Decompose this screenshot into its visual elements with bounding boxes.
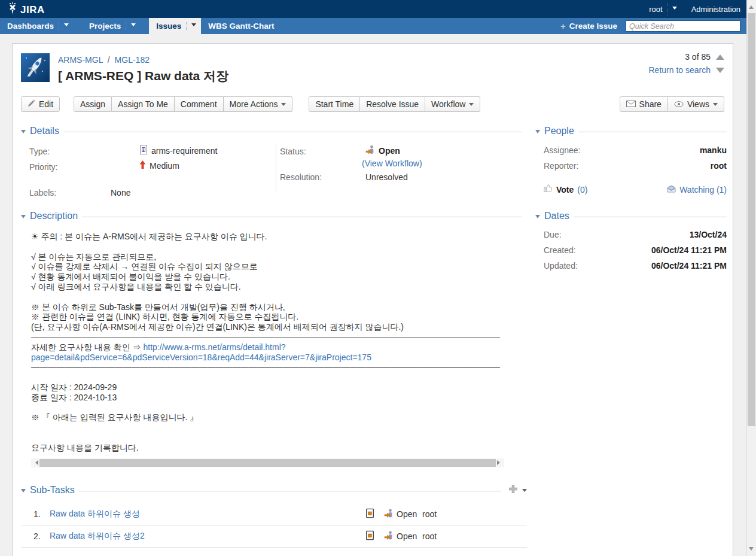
priority-label: Priority: (29, 162, 57, 172)
page-scrollbar[interactable] (746, 0, 756, 556)
description-line: √ 현황 통계에서 배제되어 불이익을 받을 수 있습니다. (31, 272, 522, 282)
vote-label: Vote (556, 185, 574, 195)
quick-search-input[interactable] (626, 20, 740, 32)
collapse-description-icon[interactable] (21, 215, 26, 218)
horizontal-scroll-thumb[interactable] (39, 459, 496, 467)
create-issue-button[interactable]: + Create Issue (560, 21, 617, 31)
next-issue-icon[interactable] (716, 68, 724, 73)
watching-envelope-icon (667, 184, 676, 195)
scroll-up-icon[interactable] (749, 3, 754, 9)
collapse-people-icon[interactable] (535, 130, 540, 133)
user-menu-caret[interactable] (667, 3, 678, 16)
details-section-title: Details (30, 126, 59, 136)
breadcrumb-separator: / (105, 55, 112, 65)
collapse-subtasks-icon[interactable] (21, 489, 26, 493)
description-line: ☀ 주의 : 본 이슈는 A-RMS에서 제공하는 요구사항 이슈 입니다. (31, 232, 522, 242)
assignee-value: manku (700, 145, 727, 155)
share-button[interactable]: Share (620, 96, 668, 112)
vertical-scroll-thumb[interactable] (748, 13, 755, 426)
subtask-assignee: root (422, 509, 437, 519)
nav-issues-caret[interactable] (186, 22, 200, 30)
status-open-icon (384, 509, 394, 520)
views-button[interactable]: Views (668, 96, 724, 112)
dates-section-title: Dates (544, 211, 569, 221)
collapse-dates-icon[interactable] (535, 215, 540, 218)
chevron-down-icon (64, 23, 69, 29)
vote-count-link[interactable]: (0) (577, 185, 587, 195)
user-menu[interactable]: root (649, 3, 678, 16)
subtask-title-link[interactable]: Raw data 하위이슈 생성 (50, 509, 140, 519)
reporter-label: Reporter: (544, 161, 578, 171)
created-label: Created: (544, 245, 576, 255)
subtasks-section-title: Sub-Tasks (30, 485, 75, 496)
subtasks-section: Sub-Tasks 1. Raw data 하위이슈 생성 Open (21, 484, 527, 548)
issue-pager: 3 of 85 Return to search (649, 52, 725, 78)
add-subtask-icon[interactable] (509, 485, 517, 496)
breadcrumb-project-link[interactable]: ARMS-MGL (58, 55, 103, 65)
subtask-type-icon (366, 509, 374, 520)
description-section-title: Description (30, 211, 78, 221)
subtasks-options-icon[interactable] (522, 489, 527, 494)
assign-to-me-button[interactable]: Assign To Me (112, 96, 175, 112)
description-horizontal-scrollbar[interactable] (31, 458, 504, 467)
divider-line: ————————————————————————————————————————… (31, 362, 522, 372)
previous-issue-icon[interactable] (716, 54, 724, 60)
priority-value: Medium (150, 161, 179, 171)
subtask-status: Open (397, 531, 417, 541)
requirement-detail-link[interactable]: http://www.a-rms.net/arms/detail.html? (143, 342, 285, 352)
nav-dashboards[interactable]: Dashboards (0, 18, 74, 34)
eye-icon (674, 99, 684, 109)
chevron-down-icon (713, 103, 718, 108)
subtask-title-link[interactable]: Raw data 하위이슈 생성2 (50, 531, 145, 542)
collapse-details-icon[interactable] (21, 130, 26, 133)
nav-projects-caret[interactable] (126, 22, 139, 30)
comment-button[interactable]: Comment (175, 96, 224, 112)
nav-projects[interactable]: Projects (82, 18, 141, 34)
resolve-issue-button[interactable]: Resolve Issue (360, 96, 425, 112)
description-line: (단, 요구사항 이슈(A-RMS에서 제공한 이슈)간 연결(LINK)은 통… (31, 322, 522, 332)
edit-button[interactable]: Edit (21, 96, 60, 112)
subtask-row[interactable]: 2. Raw data 하위이슈 생성2 Open root (21, 525, 527, 548)
issue-panel: ARMS-MGL / MGL-182 [ ARMS-REQ ] Raw data… (12, 43, 733, 556)
breadcrumb-issue-link[interactable]: MGL-182 (115, 55, 150, 65)
issue-toolbar: Edit Assign Assign To Me Comment More Ac… (21, 96, 724, 113)
labels-label: Labels: (29, 188, 56, 198)
pencil-icon (28, 99, 35, 109)
description-line: 종료 일자 : 2024-10-13 (31, 393, 522, 403)
view-workflow-link[interactable]: (View Workflow) (362, 159, 422, 168)
nav-issues[interactable]: Issues (149, 18, 201, 34)
requirement-detail-link-continued[interactable]: page=detail&pdService=6&pdServiceVersion… (31, 353, 371, 362)
description-line: ※ 『 아래는 입력된 요구사항 내용입니다. 』 (31, 412, 522, 423)
watching-control[interactable]: Watching (1) (667, 184, 727, 195)
thumbs-up-icon (544, 184, 553, 195)
start-time-button[interactable]: Start Time (309, 96, 360, 112)
jira-charlie-icon (6, 2, 19, 18)
jira-logo[interactable]: JIRA (6, 2, 45, 18)
details-section: Details Type: arms-requirement Priority:… (21, 125, 522, 206)
return-to-search-link[interactable]: Return to search (649, 65, 711, 75)
plus-icon: + (560, 21, 566, 31)
labels-value: None (111, 188, 130, 198)
nav-dashboards-caret[interactable] (59, 22, 72, 30)
jira-logo-text: JIRA (20, 4, 45, 16)
administration-link[interactable]: Administration (691, 5, 740, 14)
description-line: √ 본 이슈는 자동으로 관리되므로, (31, 252, 522, 262)
chevron-down-icon (281, 103, 286, 108)
divider-line: ————————————————————————————————————————… (31, 332, 522, 342)
subtask-row[interactable]: 1. Raw data 하위이슈 생성 Open root (21, 503, 527, 525)
people-section-title: People (544, 126, 574, 136)
vote-control[interactable]: Vote (0) (544, 184, 587, 195)
created-value: 06/Oct/24 11:21 PM (651, 245, 727, 255)
scroll-left-icon[interactable] (33, 460, 38, 465)
workflow-button[interactable]: Workflow (425, 96, 480, 112)
envelope-icon (626, 99, 636, 109)
nav-wbs-gantt-chart[interactable]: WBS Gantt-Chart (201, 18, 281, 34)
more-actions-button[interactable]: More Actions (224, 96, 293, 112)
scroll-right-icon[interactable] (497, 460, 502, 465)
project-avatar (21, 53, 50, 82)
issue-title: [ ARMS-REQ ] Raw data 저장 (58, 68, 228, 84)
watching-link[interactable]: Watching (1) (679, 185, 727, 195)
assign-button[interactable]: Assign (74, 96, 112, 112)
top-bar: JIRA root Administration (0, 0, 756, 18)
scroll-down-icon[interactable] (749, 547, 754, 553)
